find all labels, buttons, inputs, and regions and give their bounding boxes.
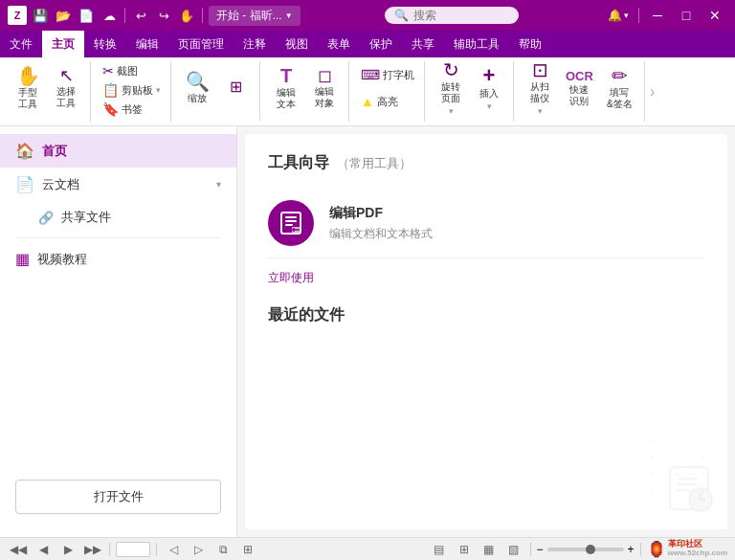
sidebar-home-label: 首页 <box>42 143 67 160</box>
watermark-brand-icon: 🏮 <box>647 540 666 558</box>
notification-button[interactable]: 🔔 ▾ <box>604 7 633 24</box>
zoom-thumb[interactable] <box>586 545 595 554</box>
redo-button[interactable]: ↪ <box>154 6 173 25</box>
hand-mode-button[interactable]: ✋ <box>177 6 196 25</box>
ribbon-group-clipboard: ✂ 截图 📋 剪贴板 ▾ 🔖 书签 <box>93 61 171 122</box>
title-bar: Z 💾 📂 📄 ☁ ↩ ↪ ✋ 开始 - 福昕... ▼ 🔍 🔔 ▾ ─ □ ✕ <box>0 0 735 31</box>
menu-home[interactable]: 主页 <box>42 31 84 57</box>
zoom-out-button[interactable]: − <box>537 543 544 556</box>
menu-annotate[interactable]: 注释 <box>234 31 276 57</box>
maximize-button[interactable]: □ <box>674 4 699 27</box>
typing-machine-button[interactable]: ⌨ 打字机 <box>357 65 418 84</box>
scan-button[interactable]: ⊡ 从扫描仪 ▾ <box>522 61 558 115</box>
video-icon: ▦ <box>15 250 30 268</box>
select-icon: ↖ <box>59 67 74 84</box>
svg-rect-1 <box>285 216 297 218</box>
highlight-button[interactable]: ▲ 高亮 <box>357 92 418 111</box>
svg-rect-7 <box>670 467 708 509</box>
ribbon-group-hand-tools: ✋ 手型工具 ↖ 选择工具 <box>4 61 91 122</box>
first-page-button[interactable]: ◀◀ <box>8 541 29 558</box>
tool-card: 编辑PDF 编辑文档和文本格式 <box>268 189 704 258</box>
view-double-button[interactable]: ⊞ <box>454 541 475 558</box>
text-edit-icon: T <box>280 66 292 85</box>
ribbon-group-scan-ocr: ⊡ 从扫描仪 ▾ OCR 快速识别 ✏ 填写&签名 <box>516 61 645 122</box>
new-button[interactable]: 📄 <box>77 6 96 25</box>
last-page-button[interactable]: ▶▶ <box>82 541 103 558</box>
zoom-fit-button[interactable]: ⊞ <box>217 61 254 115</box>
status-sep3 <box>530 543 531 556</box>
menu-protect[interactable]: 保护 <box>360 31 402 57</box>
clipboard-button[interactable]: 📋 剪贴板 ▾ <box>99 80 165 100</box>
zoom-button[interactable]: 🔍 缩放 <box>179 61 215 115</box>
watermark-logo: 🏮 革印社区 www.52chp.com <box>647 540 727 558</box>
search-box: 🔍 <box>385 7 519 24</box>
zoom-icon: 🔍 <box>186 72 210 91</box>
undo-button[interactable]: ↩ <box>131 6 150 25</box>
app-logo: Z <box>8 6 27 25</box>
menu-convert[interactable]: 转换 <box>84 31 126 57</box>
next-page-button[interactable]: ▶ <box>57 541 78 558</box>
sidebar-shared-label: 共享文件 <box>61 209 111 226</box>
menu-help[interactable]: 帮助 <box>509 31 551 57</box>
nav-left-button[interactable]: ◁ <box>163 541 184 558</box>
sidebar: 🏠 首页 📄 云文档 ▾ 🔗 共享文件 ▦ 视频教程 打开文件 <box>0 126 237 537</box>
select-tool-button[interactable]: ↖ 选择工具 <box>48 61 84 115</box>
menu-assist[interactable]: 辅助工具 <box>444 31 509 57</box>
menu-file[interactable]: 文件 <box>0 31 42 57</box>
ribbon-scroll-right[interactable]: › <box>647 61 658 122</box>
clipboard-arrow: ▾ <box>156 85 161 95</box>
insert-arrow: ▾ <box>487 101 492 111</box>
open-button[interactable]: 📂 <box>54 6 73 25</box>
rotate-button[interactable]: ↻ 旋转页面 ▾ <box>433 61 469 115</box>
insert-button[interactable]: + 插入 ▾ <box>471 61 507 115</box>
sidebar-item-cloud[interactable]: 📄 云文档 ▾ <box>0 168 236 201</box>
separator <box>124 8 125 23</box>
tool-guide-title: 工具向导 （常用工具） <box>268 153 704 173</box>
view-single-button[interactable]: ▤ <box>429 541 450 558</box>
home-icon: 🏠 <box>15 142 34 160</box>
ribbon: ✋ 手型工具 ↖ 选择工具 ✂ 截图 📋 剪贴板 ▾ <box>0 57 735 126</box>
screenshot-button[interactable]: ✂ 截图 <box>99 61 165 80</box>
nav-right-button[interactable]: ▷ <box>188 541 209 558</box>
zoom-track <box>547 548 624 551</box>
typing-small-group: ⌨ 打字机 ▲ 高亮 <box>357 61 418 115</box>
edit-object-button[interactable]: ◻ 编辑对象 <box>306 61 343 115</box>
menu-view[interactable]: 视图 <box>276 31 318 57</box>
fill-sign-icon: ✏ <box>612 66 628 85</box>
bookmark-button[interactable]: 🔖 书签 <box>99 100 165 119</box>
ocr-icon: OCR <box>566 70 593 82</box>
search-input[interactable] <box>413 9 509 22</box>
cloud-button[interactable]: ☁ <box>100 6 119 25</box>
cloud-doc-icon: 📄 <box>15 175 34 193</box>
sidebar-item-videos[interactable]: ▦ 视频教程 <box>0 242 236 276</box>
fill-sign-button[interactable]: ✏ 填写&签名 <box>601 61 638 115</box>
page-number-input[interactable] <box>116 542 150 557</box>
sidebar-divider <box>15 237 221 238</box>
paste-status-button[interactable]: ⊞ <box>237 541 258 558</box>
view-scroll-button[interactable]: ▧ <box>503 541 524 558</box>
fit-icon: ⊞ <box>230 79 242 95</box>
use-now-link[interactable]: 立即使用 <box>268 270 314 286</box>
status-sep4 <box>640 543 641 556</box>
mode-dropdown[interactable]: 开始 - 福昕... ▼ <box>209 6 301 26</box>
menu-page-manage[interactable]: 页面管理 <box>168 31 234 57</box>
prev-page-button[interactable]: ◀ <box>33 541 54 558</box>
menu-edit[interactable]: 编辑 <box>126 31 168 57</box>
menu-form[interactable]: 表单 <box>318 31 360 57</box>
save-button[interactable]: 💾 <box>31 6 50 25</box>
sidebar-item-home[interactable]: 🏠 首页 <box>0 134 236 168</box>
copy-button[interactable]: ⧉ <box>212 541 234 558</box>
open-file-button[interactable]: 打开文件 <box>15 480 221 514</box>
zoom-in-button[interactable]: + <box>628 543 635 556</box>
menu-share[interactable]: 共享 <box>402 31 444 57</box>
sidebar-cloud-label: 云文档 <box>42 176 79 193</box>
sidebar-item-shared[interactable]: 🔗 共享文件 <box>0 201 236 234</box>
close-button[interactable]: ✕ <box>702 4 727 27</box>
edit-text-button[interactable]: T 编辑文本 <box>268 61 304 115</box>
minimize-button[interactable]: ─ <box>645 4 670 27</box>
view-grid-button[interactable]: ▦ <box>479 541 500 558</box>
ocr-button[interactable]: OCR 快速识别 <box>560 61 599 115</box>
status-sep1 <box>109 543 110 556</box>
tool-card-desc: 编辑文档和文本格式 <box>329 226 433 242</box>
hand-tool-button[interactable]: ✋ 手型工具 <box>10 61 46 115</box>
